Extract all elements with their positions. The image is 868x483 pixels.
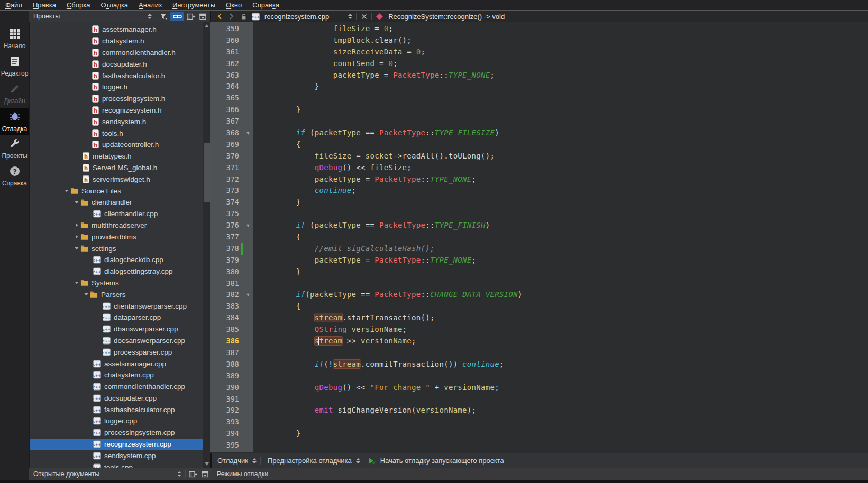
tree-item[interactable]: multithreadserver (30, 220, 203, 231)
tree-item[interactable]: hrecognizesystem.h (30, 105, 203, 116)
line-number[interactable]: 391 (210, 394, 241, 405)
line-number[interactable]: 364 (210, 81, 241, 92)
tree-item[interactable]: c++recognizesystem.cpp (30, 439, 203, 450)
back-icon[interactable] (215, 12, 224, 21)
line-number[interactable]: 366 (210, 104, 241, 116)
menu-item[interactable]: Анализ (133, 0, 167, 10)
code-line[interactable]: } (259, 266, 868, 278)
line-number[interactable]: 363 (210, 70, 241, 81)
start-debug-icon[interactable] (367, 456, 377, 466)
chevron-down-icon[interactable] (73, 246, 80, 251)
chevron-down-icon[interactable] (83, 292, 90, 297)
line-number[interactable]: 360 (210, 35, 241, 47)
chevron-down-icon[interactable] (73, 200, 80, 205)
code-line[interactable] (259, 416, 868, 428)
tree-item[interactable]: hServerLMS_global.h (30, 162, 203, 174)
line-number[interactable]: 359 (210, 23, 241, 35)
tree-item[interactable]: c++dialogcheckdb.cpp (30, 254, 203, 266)
tree-item[interactable]: c++processingsystem.cpp (30, 427, 203, 439)
sidebar-mode-editor[interactable]: Редактор (0, 53, 29, 80)
code-line[interactable] (259, 208, 868, 220)
line-number[interactable]: 379 (210, 255, 241, 266)
filter-icon[interactable] (159, 12, 168, 21)
sidebar-mode-welcome[interactable]: Начало (0, 25, 29, 53)
sidebar-panel-title[interactable]: Проекты (29, 13, 145, 20)
code-line[interactable]: fileSize = socket->readAll().toULong(); (259, 151, 868, 162)
unlock-icon[interactable] (239, 12, 249, 21)
menu-item[interactable]: Справка (247, 0, 285, 10)
line-number[interactable]: 371 (210, 162, 241, 174)
code-line[interactable]: } (259, 197, 868, 208)
code-line[interactable]: packetType = PacketType::TYPE_NONE; (259, 255, 868, 266)
menu-item[interactable]: Отладка (95, 0, 133, 10)
code-line[interactable]: sizeReceiveData = 0; (259, 47, 868, 58)
code-line[interactable]: //emit sigCalculateHash(); (259, 243, 868, 255)
sidebar-mode-debug[interactable]: Отладка (0, 108, 29, 135)
tree-item[interactable]: hprocessingsystem.h (30, 93, 203, 105)
sidebar-mode-help[interactable]: ?Справка (0, 163, 29, 190)
code-line[interactable]: if (packetType == PacketType::TYPE_FILES… (259, 127, 868, 139)
menu-item[interactable]: Файл (0, 0, 28, 10)
line-number[interactable]: 377 (210, 231, 241, 243)
split-panel-icon[interactable] (186, 12, 196, 21)
code-line[interactable] (259, 347, 868, 359)
tree-item[interactable]: c++clienthandler.cpp (30, 208, 203, 220)
tree-item[interactable]: c++logger.cpp (30, 415, 203, 427)
tree-item[interactable]: c++docsanswerparser.cpp (30, 335, 203, 347)
line-number[interactable]: 395 (210, 440, 241, 451)
code-line[interactable] (259, 92, 868, 104)
tree-item[interactable]: c++dialogsettingstray.cpp (30, 266, 203, 277)
code-line[interactable] (259, 278, 868, 290)
line-number[interactable]: 372 (210, 174, 241, 185)
chevron-right-icon[interactable] (73, 234, 80, 239)
line-number[interactable]: 393 (210, 416, 241, 428)
tree-item[interactable]: Parsers (30, 289, 203, 300)
tree-item[interactable]: Source Files (30, 185, 203, 197)
fold-marker-icon[interactable]: ▼ (243, 292, 253, 298)
line-number[interactable]: 367 (210, 116, 241, 127)
code-editor[interactable]: 359360361362363364365366367368▼369370371… (210, 22, 868, 453)
code-line[interactable]: stream >> versionName; (259, 336, 868, 347)
chevron-down-icon[interactable] (73, 280, 80, 285)
sidebar-mode-design[interactable]: Дизайн (0, 80, 29, 108)
line-number[interactable]: 362 (210, 58, 241, 70)
tree-item[interactable]: c++docsupdater.cpp (30, 393, 203, 404)
pane-divider[interactable] (270, 480, 270, 483)
start-debug-label[interactable]: Начать отладку запускающего проекта (380, 457, 504, 465)
chevron-down-icon[interactable] (63, 188, 70, 193)
line-number[interactable]: 383 (210, 301, 241, 312)
debugger-preset-combo[interactable]: Преднастройка отладчика (268, 457, 352, 465)
line-number[interactable]: 375 (210, 208, 241, 220)
tree-item[interactable]: hchatsystem.h (30, 35, 203, 47)
code-line[interactable]: { (259, 231, 868, 243)
code-line[interactable]: stream.startTransaction(); (259, 312, 868, 324)
tree-item[interactable]: htools.h (30, 127, 203, 139)
code-line[interactable] (259, 394, 868, 405)
tree-item[interactable]: c++sendsystem.cpp (30, 450, 203, 461)
forward-icon[interactable] (226, 12, 236, 21)
tree-item[interactable]: c++assetsmanager.cpp (30, 358, 203, 369)
panel-selector-updown-icon[interactable] (177, 471, 181, 477)
current-symbol-combo[interactable]: RecognizeSystem::recognize() -> void (388, 13, 505, 21)
line-number[interactable]: 387 (210, 347, 241, 359)
tree-item[interactable]: hserverlmswidget.h (30, 173, 203, 185)
open-file-name[interactable]: recognizesystem.cpp (264, 13, 329, 21)
tree-item[interactable]: c++commonclienthandler.cpp (30, 381, 203, 393)
tree-item[interactable]: clienthandler (30, 197, 203, 208)
tree-item[interactable]: hfasthashcalculator.h (30, 70, 203, 81)
line-number[interactable]: 385 (210, 324, 241, 336)
fold-marker-icon[interactable]: ▼ (243, 223, 253, 228)
scroll-up-icon[interactable] (203, 22, 211, 30)
tree-item[interactable]: hdocsupdater.h (30, 58, 203, 70)
close-document-icon[interactable] (359, 12, 369, 21)
line-number[interactable]: 373 (210, 185, 241, 197)
line-number[interactable]: 394 (210, 428, 241, 440)
tree-item[interactable]: c++dataparser.cpp (30, 312, 203, 323)
synchronize-with-editor-icon[interactable] (170, 12, 184, 21)
tree-item[interactable]: settings (30, 243, 203, 254)
line-number[interactable]: 376 (210, 220, 241, 231)
tree-item[interactable]: hcommonclienthandler.h (30, 47, 203, 59)
code-line[interactable]: qDebug() << fileSize; (259, 162, 868, 174)
panel-selector-updown-icon[interactable] (148, 14, 152, 19)
preset-updown-icon[interactable] (356, 458, 360, 463)
